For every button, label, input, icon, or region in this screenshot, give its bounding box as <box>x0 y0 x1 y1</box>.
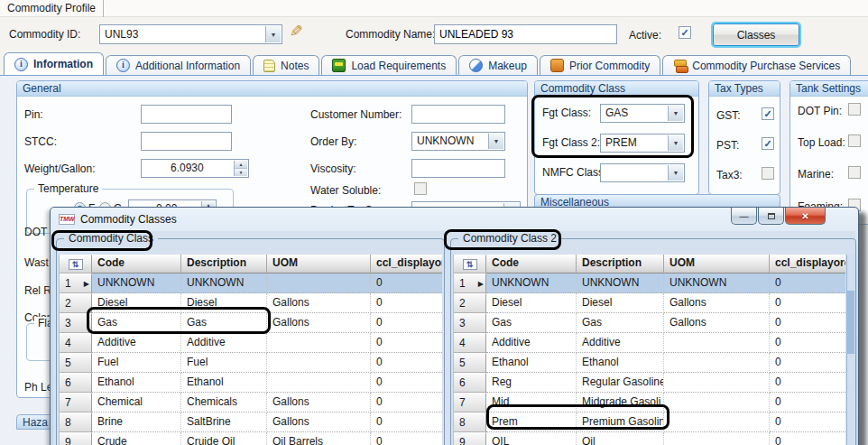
cell-uom[interactable] <box>664 432 770 445</box>
order-by-combo[interactable]: UNKNOWN ▼ <box>411 132 505 151</box>
gst-checkbox[interactable]: ✓ <box>762 107 774 120</box>
cell-uom[interactable]: Gallons <box>267 313 371 333</box>
classes-button[interactable]: Classes <box>713 23 799 46</box>
row-selector[interactable]: 3 <box>60 313 92 333</box>
cell-code[interactable]: Prem <box>486 413 577 432</box>
weight-gallon-spinbox[interactable]: 6.0930 ▲▼ <box>141 159 249 178</box>
cell-ccl-displayord[interactable]: 0 <box>371 393 442 413</box>
dialog-titlebar[interactable]: TMW Commodity Classes — ✕ <box>51 208 858 231</box>
row-selector[interactable]: 9 <box>454 432 486 445</box>
cell-ccl-displayord[interactable]: 0 <box>371 413 442 432</box>
tab-commodity-profile[interactable]: Commodity Profile <box>0 0 104 17</box>
cell-ccl-displayord[interactable]: 0 <box>770 373 845 393</box>
cell-uom[interactable] <box>267 273 371 293</box>
tab-additional-information[interactable]: i Additional Information <box>106 55 251 75</box>
table-row[interactable]: 9OILOil0 <box>454 432 845 445</box>
cell-description[interactable]: Gas <box>577 313 664 333</box>
cell-uom[interactable] <box>664 393 770 413</box>
cell-ccl-displayord[interactable]: 0 <box>371 432 442 445</box>
cell-ccl-displayord[interactable]: 0 <box>770 353 845 373</box>
cell-description[interactable]: Premium Gasoline <box>577 413 664 432</box>
cell-uom[interactable] <box>664 413 770 432</box>
cell-ccl-displayord[interactable]: 0 <box>770 393 845 413</box>
column-header-code[interactable]: Code <box>486 255 577 273</box>
column-header-ccl-displayord[interactable]: ccl_displayord <box>371 255 442 273</box>
cell-description[interactable]: Regular Gasoline <box>577 373 664 393</box>
table-row[interactable]: 3GasGasGallons0 <box>454 313 845 333</box>
cell-description[interactable]: Midgrade Gasoli... <box>577 393 664 413</box>
cell-code[interactable]: Gas <box>486 313 577 333</box>
row-selector[interactable]: 1▶ <box>454 273 486 293</box>
row-selector[interactable]: 8 <box>60 413 92 432</box>
cell-code[interactable]: Additive <box>92 333 181 353</box>
cell-ccl-displayord[interactable]: 0 <box>770 413 845 432</box>
cell-code[interactable]: Ethanol <box>92 373 181 393</box>
cell-code[interactable]: Fuel <box>92 353 181 373</box>
cell-ccl-displayord[interactable]: 0 <box>770 313 845 333</box>
cell-uom[interactable]: Gallons <box>664 313 770 333</box>
cell-uom[interactable]: Gallons <box>267 413 371 432</box>
cell-description[interactable]: Diesel <box>577 293 664 313</box>
water-soluble-checkbox[interactable] <box>414 182 427 195</box>
chevron-down-icon[interactable]: ▼ <box>668 106 683 121</box>
cell-uom[interactable] <box>664 373 770 393</box>
top-load-checkbox[interactable] <box>848 134 861 147</box>
close-button[interactable]: ✕ <box>785 208 826 225</box>
cell-code[interactable]: Diesel <box>486 293 577 313</box>
table-row[interactable]: 3GasGasGallons0 <box>60 313 442 333</box>
cell-description[interactable]: Diesel <box>181 293 267 313</box>
cell-uom[interactable] <box>664 333 770 353</box>
column-header-description[interactable]: Description <box>181 255 267 273</box>
tab-makeup[interactable]: Makeup <box>458 55 538 75</box>
chevron-down-icon[interactable]: ▼ <box>265 26 281 42</box>
row-selector[interactable]: 4 <box>60 333 92 353</box>
table-row[interactable]: 5FuelFuel0 <box>60 353 442 373</box>
tab-load-requirements[interactable]: Load Requirements <box>321 55 457 75</box>
tab-prior-commodity[interactable]: Prior Commodity <box>540 55 660 75</box>
cell-code[interactable]: Crude <box>92 432 181 445</box>
cell-description[interactable]: Chemicals <box>181 393 267 413</box>
row-selector[interactable]: 8 <box>454 413 486 432</box>
nmfc-class-combo[interactable]: ▼ <box>600 163 685 182</box>
table-row[interactable]: 9CrudeCruide OilOil Barrels0 <box>60 432 442 445</box>
row-selector[interactable]: 1▶ <box>60 273 92 293</box>
cell-ccl-displayord[interactable]: 0 <box>770 333 845 353</box>
column-header-uom[interactable]: UOM <box>267 255 371 273</box>
row-selector[interactable]: 3 <box>454 313 486 333</box>
cell-description[interactable]: UNKNOWN <box>181 273 267 293</box>
chevron-down-icon[interactable]: ▼ <box>668 135 683 151</box>
row-selector[interactable]: 5 <box>454 353 486 373</box>
marine-checkbox[interactable] <box>848 166 861 179</box>
viscosity-input[interactable] <box>411 159 505 178</box>
customer-number-input[interactable] <box>411 105 505 124</box>
column-header-uom[interactable]: UOM <box>664 255 770 273</box>
tab-notes[interactable]: Notes <box>253 55 319 75</box>
cell-description[interactable]: Fuel <box>181 353 267 373</box>
cell-uom[interactable]: Gallons <box>267 393 371 413</box>
cell-description[interactable]: SaltBrine <box>181 413 267 432</box>
fgt-class2-combo[interactable]: PREM ▼ <box>600 134 685 153</box>
cell-code[interactable]: UNKNOWN <box>486 273 577 293</box>
table-row[interactable]: 1▶UNKNOWNUNKNOWN0 <box>60 273 442 293</box>
row-selector[interactable]: 5 <box>60 353 92 373</box>
cell-code[interactable]: Brine <box>92 413 181 432</box>
maximize-button[interactable] <box>758 208 784 225</box>
stcc-input[interactable] <box>141 132 232 151</box>
row-selector[interactable]: 7 <box>454 393 486 413</box>
chevron-down-icon[interactable]: ▼ <box>488 134 503 149</box>
vertical-scrollbar[interactable] <box>846 255 854 445</box>
active-checkbox[interactable]: ✓ <box>679 26 691 39</box>
cell-uom[interactable]: Gallons <box>664 293 770 313</box>
cell-ccl-displayord[interactable]: 0 <box>770 273 845 293</box>
table-row[interactable]: 2DieselDieselGallons0 <box>60 293 442 313</box>
tab-information[interactable]: i Information <box>4 52 104 75</box>
cell-uom[interactable]: UNKNOWN <box>664 273 770 293</box>
column-header-description[interactable]: Description <box>577 255 664 273</box>
cell-ccl-displayord[interactable]: 0 <box>770 293 845 313</box>
row-selector[interactable]: 7 <box>60 393 92 413</box>
fgt-class-combo[interactable]: GAS ▼ <box>600 104 685 123</box>
table-row[interactable]: 2DieselDieselGallons0 <box>454 293 845 313</box>
table-row[interactable]: 4AdditiveAdditive0 <box>454 333 845 353</box>
commodity-id-combo[interactable]: UNL93 ▼ <box>99 24 282 44</box>
pst-checkbox[interactable]: ✓ <box>762 137 774 150</box>
